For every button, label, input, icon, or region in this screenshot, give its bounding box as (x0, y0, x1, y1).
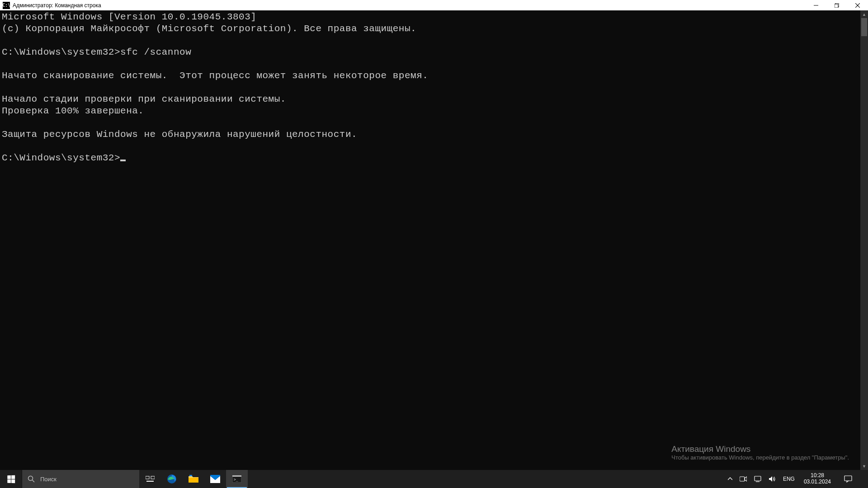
svg-rect-15 (232, 475, 241, 477)
close-icon (855, 3, 860, 8)
terminal-line: Защита ресурсов Windows не обнаружила на… (2, 129, 357, 140)
watermark-subtitle: Чтобы активировать Windows, перейдите в … (671, 454, 849, 461)
taskbar-clock[interactable]: 10:28 03.01.2024 (800, 473, 835, 485)
volume-icon (769, 476, 776, 482)
svg-rect-12 (189, 475, 192, 476)
terminal-cursor (120, 160, 126, 161)
folder-icon (189, 475, 198, 483)
minimize-icon (814, 3, 818, 8)
taskbar: Поиск (0, 470, 868, 488)
scroll-up-button[interactable]: ▲ (860, 10, 868, 18)
notification-icon (844, 475, 852, 483)
restore-icon (835, 3, 839, 8)
terminal-line: Microsoft Windows [Version 10.0.19045.38… (2, 12, 256, 22)
start-button[interactable] (0, 470, 22, 488)
task-view-button[interactable] (139, 470, 161, 488)
taskbar-app-explorer[interactable] (183, 470, 204, 488)
terminal-line: Начало стадии проверки при сканировании … (2, 94, 286, 104)
edge-icon (167, 474, 177, 484)
search-placeholder: Поиск (40, 476, 57, 483)
system-tray: ENG 10:28 03.01.2024 (724, 470, 868, 488)
svg-point-5 (28, 476, 33, 481)
terminal-line: C:\Windows\system32> (2, 153, 120, 163)
taskbar-app-edge[interactable] (161, 470, 183, 488)
tray-meet-now[interactable] (738, 470, 749, 488)
svg-rect-2 (835, 4, 838, 8)
scroll-down-button[interactable]: ▼ (860, 462, 868, 470)
terminal-area: Microsoft Windows [Version 10.0.19045.38… (0, 10, 868, 470)
tray-overflow-button[interactable] (726, 470, 734, 488)
svg-text:>_: >_ (234, 478, 238, 482)
minimize-button[interactable] (806, 0, 826, 10)
maximize-button[interactable] (826, 0, 847, 10)
tray-volume[interactable] (767, 470, 778, 488)
svg-rect-17 (740, 477, 745, 481)
terminal-line: Начато сканирование системы. Этот процес… (2, 70, 428, 81)
watermark-title: Активация Windows (671, 444, 849, 454)
taskbar-app-mail[interactable] (204, 470, 226, 488)
taskbar-app-cmd[interactable]: >_ (226, 470, 248, 488)
terminal-line: (c) Корпорация Майкрософт (Microsoft Cor… (2, 23, 416, 34)
svg-rect-9 (146, 481, 154, 482)
terminal-output[interactable]: Microsoft Windows [Version 10.0.19045.38… (0, 10, 860, 470)
tray-network[interactable] (752, 470, 763, 488)
network-icon (754, 476, 761, 482)
cmd-app-icon: C:\ (3, 2, 10, 9)
action-center-button[interactable] (838, 475, 858, 483)
scroll-thumb[interactable] (861, 18, 867, 36)
taskbar-search[interactable]: Поиск (22, 470, 139, 488)
language-indicator: ENG (783, 476, 795, 482)
svg-rect-8 (151, 476, 155, 479)
clock-date: 03.01.2024 (804, 479, 831, 485)
windows-logo-icon (7, 475, 15, 483)
svg-rect-20 (844, 476, 852, 481)
mail-icon (210, 475, 220, 483)
activation-watermark: Активация Windows Чтобы активировать Win… (671, 444, 849, 461)
svg-rect-7 (146, 476, 149, 479)
svg-rect-18 (755, 476, 761, 481)
terminal-line: C:\Windows\system32>sfc /scannow (2, 47, 191, 57)
close-button[interactable] (847, 0, 868, 10)
vertical-scrollbar[interactable]: ▲ ▼ (860, 10, 868, 470)
chevron-up-icon (728, 477, 732, 481)
window-titlebar[interactable]: C:\ Администратор: Командная строка (0, 0, 868, 10)
window-title: Администратор: Командная строка (13, 2, 101, 9)
tray-language[interactable]: ENG (781, 470, 797, 488)
meet-now-icon (740, 476, 747, 482)
clock-time: 10:28 (811, 473, 824, 479)
task-view-icon (146, 475, 155, 483)
svg-line-6 (33, 480, 35, 483)
search-icon (28, 475, 35, 483)
svg-rect-11 (189, 478, 198, 483)
terminal-icon: >_ (232, 475, 241, 483)
terminal-line: Проверка 100% завершена. (2, 106, 144, 116)
